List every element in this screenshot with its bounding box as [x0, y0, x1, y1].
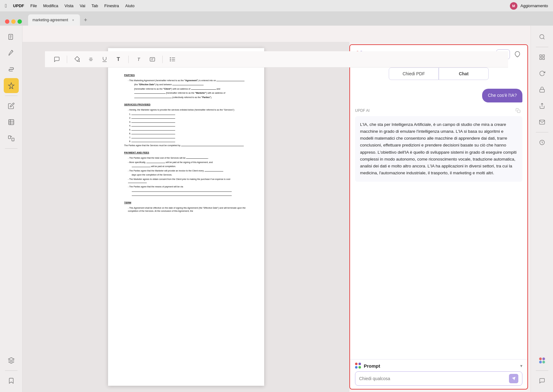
active-tab[interactable]: marketing-agreement ×	[28, 14, 80, 26]
pdf-parties-text: - This Marketing Agreement (hereinafter …	[128, 79, 248, 82]
copy-button[interactable]	[514, 106, 522, 115]
sidebar-icon-stack[interactable]	[4, 353, 19, 368]
svg-rect-30	[542, 55, 544, 57]
right-sidebar-history[interactable]	[535, 135, 550, 150]
ai-response-header: UPDF AI	[355, 106, 522, 115]
toolbar-divider-2	[128, 56, 129, 63]
tab-close-button[interactable]: ×	[71, 17, 76, 22]
ai-response-container: UPDF AI L'IA, che sta per Intelligenza A…	[355, 106, 522, 182]
menu-file[interactable]: File	[30, 3, 37, 8]
svg-point-20	[170, 59, 171, 60]
user-message-container: Che cos'è l'IA?	[355, 89, 522, 102]
main-container: T T MARKETING AGREEMENT	[0, 26, 553, 392]
toolbar-comment[interactable]	[51, 54, 62, 65]
ai-chat-area[interactable]: Che cos'è l'IA? UPDF AI L'IA, c	[350, 84, 527, 359]
pdf-services-text: - Hereby, the Marketer agrees to provide…	[128, 108, 248, 112]
tab-chat[interactable]: Chat	[439, 67, 489, 80]
prompt-section: Prompt ▾	[350, 359, 527, 389]
ai-save-button[interactable]	[512, 49, 522, 59]
prompt-chevron-icon[interactable]: ▾	[520, 363, 522, 368]
left-sidebar	[0, 26, 22, 392]
app-name: UPDF	[13, 3, 24, 8]
sidebar-icon-strikethrough[interactable]	[4, 62, 19, 77]
pdf-services-completion: The Parties agree that the Services must…	[124, 144, 248, 147]
pdf-parties-address: (hereinafter referred to as the "Markete…	[134, 92, 248, 95]
menu-vai[interactable]: Vai	[80, 3, 85, 8]
svg-point-37	[542, 358, 545, 360]
ai-input-row[interactable]	[355, 371, 522, 386]
pdf-parties-heading: PARTIES	[124, 73, 248, 77]
toolbar: T T	[45, 51, 508, 67]
ai-response-label: UPDF AI	[355, 108, 370, 113]
sidebar-icon-bookmark[interactable]	[4, 373, 19, 388]
svg-rect-32	[542, 58, 544, 60]
sidebar-icon-convert[interactable]	[4, 131, 19, 146]
pdf-payment-means: - The Parties agree that the means of pa…	[128, 185, 248, 189]
pdf-payment-consent: - The Marketer agrees to obtain consent …	[128, 178, 248, 184]
sidebar-divider-1	[5, 96, 17, 96]
traffic-lights	[5, 19, 22, 24]
svg-point-36	[539, 358, 542, 360]
user-avatar[interactable]: M	[510, 2, 517, 10]
sidebar-icon-highlight[interactable]	[4, 78, 19, 93]
toolbar-strikethrough[interactable]	[85, 54, 96, 65]
svg-point-38	[539, 361, 542, 364]
right-divider-2	[536, 132, 548, 132]
pdf-viewer[interactable]: MARKETING AGREEMENT PARTIES - This Marke…	[22, 42, 349, 392]
right-sidebar-search[interactable]	[535, 29, 550, 44]
svg-point-39	[542, 361, 545, 364]
menu-vista[interactable]: Vista	[65, 3, 74, 8]
ai-chat-input[interactable]	[359, 376, 509, 381]
sidebar-icon-pages[interactable]	[4, 29, 19, 44]
right-sidebar-convert[interactable]	[535, 66, 550, 81]
right-sidebar	[531, 26, 553, 392]
prompt-label: Prompt	[364, 363, 380, 369]
right-sidebar-ocr[interactable]	[535, 50, 550, 65]
svg-point-27	[540, 35, 544, 39]
toolbar-text-t[interactable]: T	[113, 54, 124, 65]
sidebar-icon-annotate[interactable]	[4, 46, 19, 61]
pdf-payment-total: - The Parties agree that the total cost …	[128, 156, 248, 160]
ai-response-text: L'IA, che sta per Intelligenza Artificia…	[355, 116, 522, 182]
svg-line-4	[12, 50, 13, 52]
right-sidebar-share[interactable]	[535, 98, 550, 113]
right-divider-3	[536, 370, 548, 371]
right-sidebar-chat[interactable]	[535, 373, 550, 388]
menu-bar:  UPDF File Modifica Vista Vai Tab Fines…	[0, 0, 553, 12]
update-label[interactable]: Aggiornamento	[521, 3, 548, 8]
menu-aiuto[interactable]: Aiuto	[125, 3, 135, 8]
svg-rect-26	[517, 110, 520, 113]
right-sidebar-lock[interactable]	[535, 82, 550, 97]
toolbar-text-format[interactable]: T	[133, 54, 144, 65]
menu-modifica[interactable]: Modifica	[43, 3, 58, 8]
pdf-term-heading: TERM	[124, 201, 248, 205]
user-message: Che cos'è l'IA?	[482, 89, 522, 102]
prompt-dot-green	[358, 366, 361, 369]
pdf-term-text: - This Agreement shall be effective on t…	[128, 206, 248, 213]
new-tab-button[interactable]: +	[81, 16, 90, 24]
svg-rect-9	[8, 136, 10, 139]
maximize-window-button[interactable]	[17, 19, 22, 24]
right-sidebar-mail[interactable]	[535, 115, 550, 130]
close-window-button[interactable]	[5, 19, 9, 24]
menu-finestra[interactable]: Finestra	[104, 3, 119, 8]
right-sidebar-ai-bottom[interactable]	[535, 353, 550, 368]
svg-rect-33	[540, 89, 544, 92]
svg-rect-29	[540, 55, 541, 57]
sidebar-icon-edit[interactable]	[4, 98, 19, 113]
svg-rect-31	[540, 58, 541, 60]
svg-rect-13	[150, 57, 155, 61]
apple-menu[interactable]: 	[5, 3, 7, 9]
svg-point-21	[170, 61, 171, 61]
tab-ask-pdf[interactable]: Chiedi PDF	[389, 67, 439, 80]
ai-send-button[interactable]	[509, 374, 518, 383]
minimize-window-button[interactable]	[11, 19, 16, 24]
toolbar-text-box[interactable]	[147, 54, 158, 65]
toolbar-pen[interactable]	[72, 54, 83, 65]
toolbar-list[interactable]	[167, 54, 178, 65]
sidebar-icon-table[interactable]	[4, 115, 19, 130]
menu-tab[interactable]: Tab	[91, 3, 98, 8]
toolbar-underline[interactable]	[99, 54, 110, 65]
svg-line-28	[543, 38, 544, 39]
content-area: MARKETING AGREEMENT PARTIES - This Marke…	[22, 42, 531, 392]
